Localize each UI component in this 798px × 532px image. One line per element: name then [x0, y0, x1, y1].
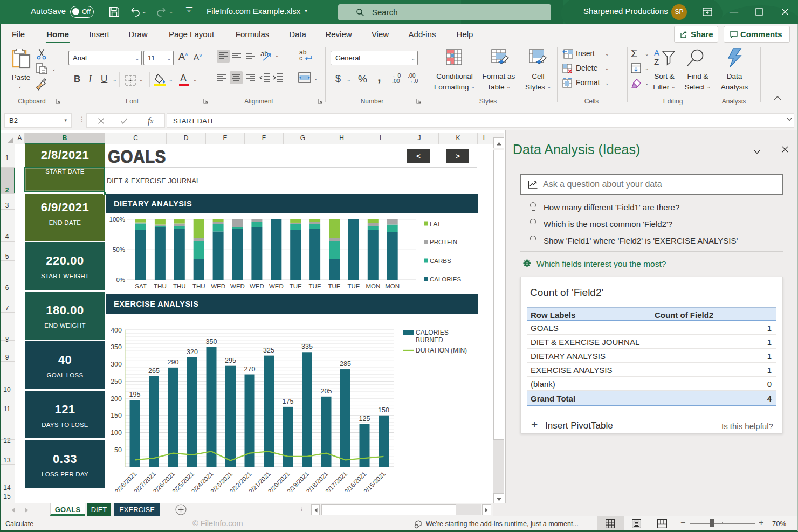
svg-text:THU: THU [154, 283, 167, 289]
svg-text:WED: WED [211, 283, 225, 289]
svg-text:125: 125 [359, 415, 370, 423]
svg-text:WED: WED [250, 283, 264, 289]
svg-text:285: 285 [340, 360, 351, 368]
svg-text:290: 290 [168, 358, 179, 366]
svg-text:TUE: TUE [290, 283, 302, 289]
svg-text:TUE: TUE [347, 283, 360, 289]
svg-text:350: 350 [111, 343, 122, 351]
svg-text:SAT: SAT [135, 283, 147, 289]
svg-text:300: 300 [111, 361, 122, 368]
svg-text:250: 250 [111, 378, 122, 385]
svg-text:WED: WED [230, 283, 245, 289]
svg-text:CALORIES: CALORIES [416, 329, 449, 336]
svg-text:THU: THU [173, 283, 186, 289]
svg-text:100: 100 [111, 429, 122, 437]
svg-text:BURNED: BURNED [416, 336, 443, 344]
svg-text:50%: 50% [113, 246, 125, 253]
svg-text:320: 320 [187, 348, 198, 356]
svg-text:FAT: FAT [430, 220, 441, 227]
svg-text:265: 265 [148, 367, 160, 375]
svg-text:TUE: TUE [309, 283, 321, 289]
svg-text:CALORIES: CALORIES [430, 276, 461, 282]
svg-text:350: 350 [206, 338, 217, 346]
svg-text:335: 335 [301, 343, 313, 350]
svg-text:50: 50 [114, 446, 122, 454]
svg-text:270: 270 [244, 365, 256, 373]
svg-text:325: 325 [263, 347, 274, 354]
svg-text:TUE: TUE [328, 283, 341, 289]
svg-text:175: 175 [283, 398, 294, 405]
svg-text:DURATION (MIN): DURATION (MIN) [416, 347, 467, 354]
svg-text:100%: 100% [109, 216, 125, 223]
svg-text:150: 150 [378, 406, 389, 414]
svg-text:2/15/2021: 2/15/2021 [362, 471, 387, 492]
svg-text:200: 200 [111, 395, 122, 403]
svg-text:PROTEIN: PROTEIN [430, 239, 457, 245]
svg-text:MON: MON [385, 283, 400, 289]
svg-text:CARBS: CARBS [430, 258, 451, 264]
svg-text:MON: MON [366, 283, 380, 289]
svg-text:0%: 0% [116, 277, 125, 283]
svg-text:150: 150 [111, 412, 122, 419]
svg-text:THU: THU [192, 283, 205, 289]
svg-text:400: 400 [111, 327, 122, 334]
svg-text:295: 295 [225, 357, 236, 364]
svg-text:195: 195 [129, 391, 141, 398]
svg-text:205: 205 [321, 388, 332, 395]
svg-text:WED: WED [269, 283, 284, 289]
